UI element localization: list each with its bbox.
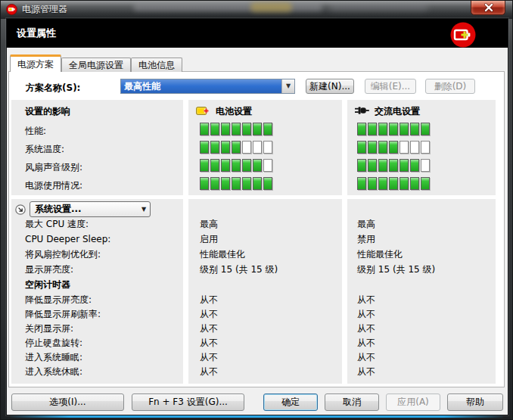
battery-setting-value: 最高 <box>200 218 278 233</box>
meter-segment-filled <box>421 177 430 190</box>
battery-values-panel: 最高启用性能最佳化级别 15 (共 15 级) 从不从不从不从不从不从不 <box>188 199 342 384</box>
meter-segment-filled <box>410 159 419 172</box>
meter-segment-empty <box>253 141 262 154</box>
meter-segment-filled <box>221 159 230 172</box>
meter-segment-filled <box>232 159 241 172</box>
glass-reflection <box>330 4 428 11</box>
meter-segment-filled <box>221 141 230 154</box>
power-manager-window: 电源管理器 设置属性 电源方案 全局电源设置 <box>0 0 513 420</box>
meter-segment-filled <box>410 177 419 190</box>
ac-idle-value: 从不 <box>357 309 375 323</box>
delete-scheme-button: 删除(D) <box>425 79 475 94</box>
meter-segment-filled <box>357 159 366 172</box>
meter-segment-empty <box>421 141 430 154</box>
meter-segment-filled <box>200 159 209 172</box>
ac-idle-value: 从不 <box>357 323 375 338</box>
battery-column-header: 电池设置 <box>216 105 252 118</box>
setting-label: 最大 CPU 速度: <box>25 218 110 233</box>
meter-segment-filled <box>368 123 377 135</box>
help-button[interactable]: 帮助 <box>447 394 503 411</box>
battery-idle-value: 从不 <box>200 294 218 309</box>
options-button[interactable]: 选项(I)... <box>11 394 124 411</box>
tab-global-power-settings[interactable]: 全局电源设置 <box>61 58 131 72</box>
dialog-client: 设置属性 电源方案 全局电源设置 电池信息 方案名称(S): 最高性能 ▼ 新建… <box>7 19 508 415</box>
chevron-down-icon: ▼ <box>281 79 294 93</box>
ac-idle-value: 从不 <box>357 366 375 381</box>
battery-idle-value: 从不 <box>200 338 218 352</box>
impact-row-label: 风扇声音级别: <box>25 161 82 179</box>
impact-row-label: 性能: <box>25 125 82 143</box>
idle-setting-label: 降低显示屏刷新率: <box>25 309 101 323</box>
system-settings-selected: 系统设置... <box>30 202 138 216</box>
idle-timer-title: 空闲计时器 <box>25 278 70 294</box>
meter-segment-empty <box>400 141 409 154</box>
meter-segment-filled <box>200 177 209 190</box>
level-meter <box>357 141 431 159</box>
tab-power-scheme[interactable]: 电源方案 <box>10 54 61 72</box>
battery-idle-value: 从不 <box>200 309 218 323</box>
titlebar[interactable]: 电源管理器 <box>1 1 513 19</box>
battery-charge-icon <box>450 22 476 48</box>
meter-segment-filled <box>389 123 398 135</box>
scheme-selected-value: 最高性能 <box>121 79 281 93</box>
meter-segment-filled <box>368 177 377 190</box>
battery-setting-value: 启用 <box>200 233 278 248</box>
meter-segment-empty <box>263 159 272 172</box>
meter-segment-filled <box>232 123 241 135</box>
ok-button[interactable]: 确定 <box>263 394 318 411</box>
ac-setting-value: 最高 <box>357 218 435 233</box>
new-scheme-button[interactable]: 新建(N)... <box>306 79 354 94</box>
ac-idle-value: 从不 <box>357 338 375 352</box>
scheme-name-select[interactable]: 最高性能 ▼ <box>120 79 295 94</box>
idle-setting-label: 停止硬盘旋转: <box>25 338 101 352</box>
meter-segment-filled <box>210 159 219 172</box>
meter-segment-filled <box>378 141 387 154</box>
level-meter <box>200 159 274 177</box>
cancel-button[interactable]: 取消 <box>325 394 379 411</box>
fn-f3-settings-button[interactable]: Fn + F3 设置(G)... <box>132 394 244 411</box>
ac-impact-panel: 交流电设置 <box>347 100 496 195</box>
meter-segment-empty <box>421 159 430 172</box>
edit-scheme-button: 编辑(E)... <box>365 79 416 94</box>
impact-row-label: 系统温度: <box>25 143 82 161</box>
battery-idle-value: 从不 <box>200 323 218 338</box>
level-meter <box>200 141 274 159</box>
meter-segment-filled <box>410 123 419 135</box>
level-meter <box>200 177 274 195</box>
system-settings-select[interactable]: 系统设置... ▼ <box>30 201 151 217</box>
meter-segment-filled <box>378 123 387 135</box>
meter-segment-filled <box>389 177 398 190</box>
meter-segment-filled <box>221 123 230 135</box>
battery-level-meters <box>200 123 274 195</box>
close-button[interactable] <box>471 1 505 15</box>
meter-segment-filled <box>200 141 209 154</box>
meter-segment-filled <box>253 177 262 190</box>
setting-label: 将风扇控制优化到: <box>25 248 110 263</box>
meter-segment-empty <box>242 141 251 154</box>
ac-setting-value: 禁用 <box>357 233 435 248</box>
system-settings-panel: 系统设置... ▼ 最大 CPU 速度:CPU Deeper Sleep:将风扇… <box>11 199 183 384</box>
meter-segment-filled <box>232 141 241 154</box>
window-title: 电源管理器 <box>22 1 67 18</box>
ac-plug-icon <box>355 106 369 117</box>
impact-labels-panel: 设置的影响 性能:系统温度:风扇声音级别:电源使用情况: <box>11 100 183 195</box>
meter-segment-filled <box>242 159 251 172</box>
ac-idle-value: 从不 <box>357 294 375 309</box>
meter-segment-filled <box>232 177 241 190</box>
meter-segment-filled <box>263 123 272 135</box>
idle-setting-label: 关闭显示屏: <box>25 323 101 338</box>
meter-segment-filled <box>242 177 251 190</box>
setting-label: CPU Deeper Sleep: <box>25 233 110 248</box>
meter-segment-filled <box>368 141 377 154</box>
tab-battery-info[interactable]: 电池信息 <box>131 58 182 72</box>
meter-segment-filled <box>263 177 272 190</box>
level-meter <box>200 123 274 141</box>
chevron-down-icon: ▼ <box>138 202 150 216</box>
dialog-banner: 设置属性 <box>7 19 508 48</box>
ac-column-header: 交流电设置 <box>375 105 420 118</box>
glass-reflection <box>133 3 322 11</box>
expand-arrow-icon[interactable] <box>15 204 26 215</box>
meter-segment-filled <box>210 177 219 190</box>
idle-setting-label: 进入系统睡眠: <box>25 352 101 366</box>
level-meter <box>357 159 431 177</box>
